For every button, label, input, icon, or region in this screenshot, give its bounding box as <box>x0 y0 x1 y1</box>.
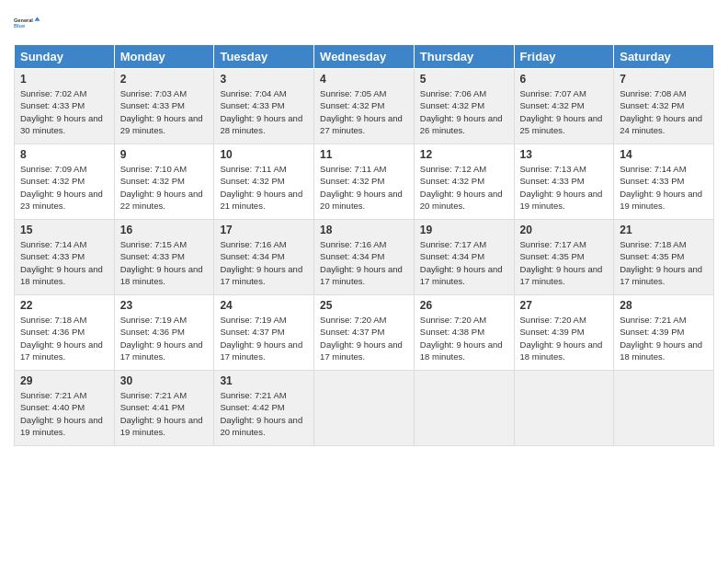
day-number: 12 <box>420 148 508 161</box>
day-cell: 10 Sunrise: 7:11 AMSunset: 4:32 PMDaylig… <box>214 144 314 220</box>
day-cell: 28 Sunrise: 7:21 AMSunset: 4:39 PMDaylig… <box>614 295 714 371</box>
logo-icon: GeneralBlue <box>14 9 41 37</box>
day-cell: 24 Sunrise: 7:19 AMSunset: 4:37 PMDaylig… <box>214 295 314 371</box>
day-number: 13 <box>520 148 609 161</box>
day-cell: 1 Sunrise: 7:02 AMSunset: 4:33 PMDayligh… <box>15 69 115 144</box>
svg-text:General: General <box>14 17 33 23</box>
day-info: Sunrise: 7:14 AMSunset: 4:33 PMDaylight:… <box>620 163 708 212</box>
header-row: SundayMondayTuesdayWednesdayThursdayFrid… <box>15 45 714 69</box>
day-number: 20 <box>520 224 609 236</box>
day-cell: 6 Sunrise: 7:07 AMSunset: 4:32 PMDayligh… <box>514 69 614 144</box>
day-info: Sunrise: 7:21 AMSunset: 4:42 PMDaylight:… <box>220 389 308 438</box>
day-info: Sunrise: 7:05 AMSunset: 4:32 PMDaylight:… <box>320 87 408 136</box>
day-number: 22 <box>20 299 108 312</box>
day-cell: 16 Sunrise: 7:15 AMSunset: 4:33 PMDaylig… <box>114 220 214 295</box>
day-cell: 15 Sunrise: 7:14 AMSunset: 4:33 PMDaylig… <box>15 220 115 295</box>
day-info: Sunrise: 7:16 AMSunset: 4:34 PMDaylight:… <box>320 238 408 287</box>
page: GeneralBlue SundayMondayTuesdayWednesday… <box>0 0 728 563</box>
day-number: 4 <box>320 73 408 86</box>
day-info: Sunrise: 7:13 AMSunset: 4:33 PMDaylight:… <box>520 163 609 212</box>
day-info: Sunrise: 7:15 AMSunset: 4:33 PMDaylight:… <box>120 238 209 287</box>
day-cell: 26 Sunrise: 7:20 AMSunset: 4:38 PMDaylig… <box>414 295 514 371</box>
col-header-wednesday: Wednesday <box>314 45 415 69</box>
svg-text:Blue: Blue <box>14 23 25 29</box>
day-info: Sunrise: 7:21 AMSunset: 4:40 PMDaylight:… <box>20 389 108 438</box>
day-number: 15 <box>20 224 108 236</box>
day-cell: 2 Sunrise: 7:03 AMSunset: 4:33 PMDayligh… <box>114 69 214 144</box>
day-number: 28 <box>620 299 708 312</box>
day-info: Sunrise: 7:12 AMSunset: 4:32 PMDaylight:… <box>420 163 508 212</box>
day-info: Sunrise: 7:20 AMSunset: 4:37 PMDaylight:… <box>320 314 408 362</box>
day-cell: 12 Sunrise: 7:12 AMSunset: 4:32 PMDaylig… <box>414 144 514 220</box>
week-row-2: 8 Sunrise: 7:09 AMSunset: 4:32 PMDayligh… <box>15 144 714 220</box>
day-number: 14 <box>620 148 708 161</box>
day-cell: 29 Sunrise: 7:21 AMSunset: 4:40 PMDaylig… <box>15 371 115 446</box>
day-number: 31 <box>220 374 308 387</box>
day-cell: 5 Sunrise: 7:06 AMSunset: 4:32 PMDayligh… <box>414 69 514 144</box>
day-number: 21 <box>620 224 708 236</box>
day-cell: 7 Sunrise: 7:08 AMSunset: 4:32 PMDayligh… <box>614 69 714 144</box>
col-header-friday: Friday <box>514 45 614 69</box>
day-info: Sunrise: 7:19 AMSunset: 4:36 PMDaylight:… <box>120 314 209 362</box>
day-info: Sunrise: 7:19 AMSunset: 4:37 PMDaylight:… <box>220 314 308 362</box>
col-header-saturday: Saturday <box>614 45 714 69</box>
day-cell: 31 Sunrise: 7:21 AMSunset: 4:42 PMDaylig… <box>214 371 314 446</box>
day-info: Sunrise: 7:17 AMSunset: 4:34 PMDaylight:… <box>420 238 508 287</box>
col-header-tuesday: Tuesday <box>214 45 314 69</box>
day-info: Sunrise: 7:03 AMSunset: 4:33 PMDaylight:… <box>120 87 209 136</box>
day-number: 23 <box>120 299 209 312</box>
day-info: Sunrise: 7:20 AMSunset: 4:39 PMDaylight:… <box>520 314 609 362</box>
week-row-1: 1 Sunrise: 7:02 AMSunset: 4:33 PMDayligh… <box>15 69 714 144</box>
day-info: Sunrise: 7:21 AMSunset: 4:41 PMDaylight:… <box>120 389 209 438</box>
day-number: 16 <box>120 224 209 236</box>
header: GeneralBlue <box>14 9 714 37</box>
day-number: 7 <box>620 73 708 86</box>
day-info: Sunrise: 7:21 AMSunset: 4:39 PMDaylight:… <box>620 314 708 362</box>
day-cell: 22 Sunrise: 7:18 AMSunset: 4:36 PMDaylig… <box>15 295 115 371</box>
day-info: Sunrise: 7:20 AMSunset: 4:38 PMDaylight:… <box>420 314 508 362</box>
day-number: 8 <box>20 148 108 161</box>
day-cell: 18 Sunrise: 7:16 AMSunset: 4:34 PMDaylig… <box>314 220 415 295</box>
logo: GeneralBlue <box>14 9 41 37</box>
day-cell: 20 Sunrise: 7:17 AMSunset: 4:35 PMDaylig… <box>514 220 614 295</box>
day-number: 6 <box>520 73 609 86</box>
day-number: 19 <box>420 224 508 236</box>
day-info: Sunrise: 7:11 AMSunset: 4:32 PMDaylight:… <box>220 163 308 212</box>
day-cell <box>414 371 514 446</box>
day-number: 29 <box>20 374 108 387</box>
day-number: 1 <box>20 73 108 86</box>
day-cell: 9 Sunrise: 7:10 AMSunset: 4:32 PMDayligh… <box>114 144 214 220</box>
col-header-monday: Monday <box>114 45 214 69</box>
day-number: 5 <box>420 73 508 86</box>
day-number: 11 <box>320 148 408 161</box>
day-number: 17 <box>220 224 308 236</box>
day-cell <box>614 371 714 446</box>
col-header-sunday: Sunday <box>15 45 115 69</box>
day-number: 3 <box>220 73 308 86</box>
day-info: Sunrise: 7:18 AMSunset: 4:35 PMDaylight:… <box>620 238 708 287</box>
day-info: Sunrise: 7:07 AMSunset: 4:32 PMDaylight:… <box>520 87 609 136</box>
day-number: 30 <box>120 374 209 387</box>
day-info: Sunrise: 7:02 AMSunset: 4:33 PMDaylight:… <box>20 87 108 136</box>
calendar-table: SundayMondayTuesdayWednesdayThursdayFrid… <box>14 44 714 446</box>
day-number: 2 <box>120 73 209 86</box>
day-cell: 25 Sunrise: 7:20 AMSunset: 4:37 PMDaylig… <box>314 295 415 371</box>
day-info: Sunrise: 7:08 AMSunset: 4:32 PMDaylight:… <box>620 87 708 136</box>
day-cell: 21 Sunrise: 7:18 AMSunset: 4:35 PMDaylig… <box>614 220 714 295</box>
day-cell: 4 Sunrise: 7:05 AMSunset: 4:32 PMDayligh… <box>314 69 415 144</box>
day-number: 10 <box>220 148 308 161</box>
col-header-thursday: Thursday <box>414 45 514 69</box>
day-info: Sunrise: 7:10 AMSunset: 4:32 PMDaylight:… <box>120 163 209 212</box>
day-number: 27 <box>520 299 609 312</box>
day-number: 18 <box>320 224 408 236</box>
day-cell <box>314 371 415 446</box>
day-number: 9 <box>120 148 209 161</box>
svg-marker-2 <box>35 17 40 21</box>
day-cell: 17 Sunrise: 7:16 AMSunset: 4:34 PMDaylig… <box>214 220 314 295</box>
day-cell <box>514 371 614 446</box>
day-info: Sunrise: 7:09 AMSunset: 4:32 PMDaylight:… <box>20 163 108 212</box>
day-info: Sunrise: 7:14 AMSunset: 4:33 PMDaylight:… <box>20 238 108 287</box>
day-number: 24 <box>220 299 308 312</box>
week-row-4: 22 Sunrise: 7:18 AMSunset: 4:36 PMDaylig… <box>15 295 714 371</box>
day-cell: 19 Sunrise: 7:17 AMSunset: 4:34 PMDaylig… <box>414 220 514 295</box>
